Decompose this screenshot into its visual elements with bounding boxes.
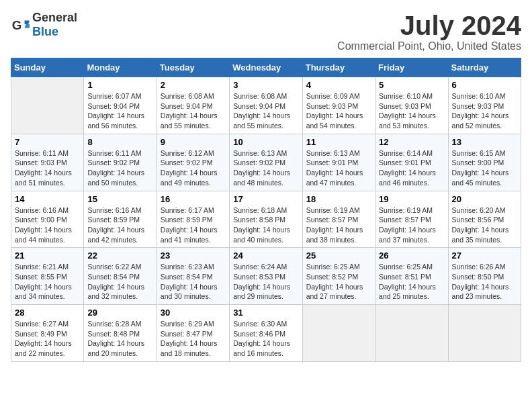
- calendar-cell: 23 Sunrise: 6:23 AM Sunset: 8:54 PM Dayl…: [157, 248, 229, 305]
- calendar-week-row: 14 Sunrise: 6:16 AM Sunset: 9:00 PM Dayl…: [11, 191, 521, 248]
- calendar-cell: 15 Sunrise: 6:16 AM Sunset: 8:59 PM Dayl…: [84, 191, 157, 248]
- day-number: 27: [452, 250, 517, 261]
- day-info: Sunrise: 6:14 AM Sunset: 9:01 PM Dayligh…: [379, 148, 444, 188]
- calendar-cell: 17 Sunrise: 6:18 AM Sunset: 8:58 PM Dayl…: [230, 191, 302, 248]
- day-info: Sunrise: 6:09 AM Sunset: 9:03 PM Dayligh…: [306, 91, 371, 131]
- day-number: 15: [87, 194, 152, 204]
- calendar-cell: 10 Sunrise: 6:13 AM Sunset: 9:02 PM Dayl…: [230, 134, 302, 191]
- calendar-cell: 13 Sunrise: 6:15 AM Sunset: 9:00 PM Dayl…: [448, 134, 521, 191]
- subtitle: Commercial Point, Ohio, United States: [337, 40, 521, 52]
- day-number: 2: [161, 80, 226, 90]
- logo-text: General Blue: [32, 11, 77, 39]
- day-number: 21: [15, 250, 80, 261]
- logo-general: General: [32, 11, 77, 24]
- day-info: Sunrise: 6:15 AM Sunset: 9:00 PM Dayligh…: [452, 148, 517, 188]
- day-info: Sunrise: 6:13 AM Sunset: 9:01 PM Dayligh…: [306, 148, 371, 188]
- day-number: 29: [87, 308, 152, 318]
- calendar-cell: 11 Sunrise: 6:13 AM Sunset: 9:01 PM Dayl…: [302, 134, 375, 191]
- day-info: Sunrise: 6:10 AM Sunset: 9:03 PM Dayligh…: [379, 91, 444, 131]
- day-of-week-header: Wednesday: [230, 58, 302, 77]
- day-number: 30: [161, 308, 226, 318]
- day-number: 26: [379, 250, 444, 261]
- calendar-cell: 14 Sunrise: 6:16 AM Sunset: 9:00 PM Dayl…: [11, 191, 84, 248]
- main-title: July 2024: [337, 11, 521, 40]
- day-info: Sunrise: 6:13 AM Sunset: 9:02 PM Dayligh…: [233, 148, 298, 188]
- calendar-cell: 2 Sunrise: 6:08 AM Sunset: 9:04 PM Dayli…: [157, 77, 229, 134]
- calendar-cell: [11, 77, 84, 134]
- calendar-cell: 8 Sunrise: 6:11 AM Sunset: 9:02 PM Dayli…: [84, 134, 157, 191]
- calendar-cell: 9 Sunrise: 6:12 AM Sunset: 9:02 PM Dayli…: [157, 134, 229, 191]
- day-info: Sunrise: 6:27 AM Sunset: 8:49 PM Dayligh…: [15, 319, 80, 359]
- day-number: 23: [161, 250, 226, 261]
- day-number: 5: [379, 80, 444, 90]
- day-number: 17: [233, 194, 298, 204]
- day-number: 10: [233, 137, 298, 147]
- header-row: SundayMondayTuesdayWednesdayThursdayFrid…: [11, 58, 521, 77]
- calendar-cell: 18 Sunrise: 6:19 AM Sunset: 8:57 PM Dayl…: [302, 191, 375, 248]
- day-info: Sunrise: 6:24 AM Sunset: 8:53 PM Dayligh…: [233, 262, 298, 302]
- calendar-cell: 28 Sunrise: 6:27 AM Sunset: 8:49 PM Dayl…: [11, 305, 84, 362]
- day-number: 6: [452, 80, 517, 90]
- day-of-week-header: Friday: [375, 58, 448, 77]
- day-of-week-header: Tuesday: [157, 58, 229, 77]
- calendar-cell: [375, 305, 448, 362]
- day-info: Sunrise: 6:22 AM Sunset: 8:54 PM Dayligh…: [87, 262, 152, 302]
- svg-marker-2: [25, 24, 30, 28]
- day-number: 3: [233, 80, 298, 90]
- svg-text:G: G: [12, 18, 22, 32]
- day-of-week-header: Saturday: [448, 58, 521, 77]
- calendar-cell: 29 Sunrise: 6:28 AM Sunset: 8:48 PM Dayl…: [84, 305, 157, 362]
- day-info: Sunrise: 6:11 AM Sunset: 9:03 PM Dayligh…: [15, 148, 80, 188]
- calendar-cell: 31 Sunrise: 6:30 AM Sunset: 8:46 PM Dayl…: [230, 305, 302, 362]
- day-info: Sunrise: 6:17 AM Sunset: 8:59 PM Dayligh…: [161, 205, 226, 245]
- calendar-cell: 22 Sunrise: 6:22 AM Sunset: 8:54 PM Dayl…: [84, 248, 157, 305]
- day-number: 1: [87, 80, 152, 90]
- day-info: Sunrise: 6:18 AM Sunset: 8:58 PM Dayligh…: [233, 205, 298, 245]
- calendar-cell: 30 Sunrise: 6:29 AM Sunset: 8:47 PM Dayl…: [157, 305, 229, 362]
- day-number: 7: [15, 137, 80, 147]
- calendar-cell: [448, 305, 521, 362]
- day-info: Sunrise: 6:26 AM Sunset: 8:50 PM Dayligh…: [452, 262, 517, 302]
- day-number: 20: [452, 194, 517, 204]
- day-info: Sunrise: 6:08 AM Sunset: 9:04 PM Dayligh…: [161, 91, 226, 131]
- day-number: 24: [233, 250, 298, 261]
- day-info: Sunrise: 6:19 AM Sunset: 8:57 PM Dayligh…: [306, 205, 371, 245]
- day-info: Sunrise: 6:08 AM Sunset: 9:04 PM Dayligh…: [233, 91, 298, 131]
- day-number: 18: [306, 194, 371, 204]
- calendar-cell: 1 Sunrise: 6:07 AM Sunset: 9:04 PM Dayli…: [84, 77, 157, 134]
- calendar-header: SundayMondayTuesdayWednesdayThursdayFrid…: [11, 58, 521, 77]
- day-info: Sunrise: 6:16 AM Sunset: 8:59 PM Dayligh…: [87, 205, 152, 245]
- calendar-week-row: 21 Sunrise: 6:21 AM Sunset: 8:55 PM Dayl…: [11, 248, 521, 305]
- day-info: Sunrise: 6:25 AM Sunset: 8:52 PM Dayligh…: [306, 262, 371, 302]
- day-number: 13: [452, 137, 517, 147]
- day-info: Sunrise: 6:16 AM Sunset: 9:00 PM Dayligh…: [15, 205, 80, 245]
- day-number: 14: [15, 194, 80, 204]
- calendar-week-row: 1 Sunrise: 6:07 AM Sunset: 9:04 PM Dayli…: [11, 77, 521, 134]
- logo-blue: Blue: [32, 25, 58, 38]
- calendar-table: SundayMondayTuesdayWednesdayThursdayFrid…: [11, 58, 521, 362]
- calendar-cell: 6 Sunrise: 6:10 AM Sunset: 9:03 PM Dayli…: [448, 77, 521, 134]
- svg-marker-1: [25, 20, 30, 24]
- calendar-cell: 7 Sunrise: 6:11 AM Sunset: 9:03 PM Dayli…: [11, 134, 84, 191]
- calendar-cell: [302, 305, 375, 362]
- day-info: Sunrise: 6:20 AM Sunset: 8:56 PM Dayligh…: [452, 205, 517, 245]
- calendar-cell: 26 Sunrise: 6:25 AM Sunset: 8:51 PM Dayl…: [375, 248, 448, 305]
- calendar-cell: 19 Sunrise: 6:19 AM Sunset: 8:57 PM Dayl…: [375, 191, 448, 248]
- day-of-week-header: Sunday: [11, 58, 84, 77]
- day-info: Sunrise: 6:29 AM Sunset: 8:47 PM Dayligh…: [161, 319, 226, 359]
- day-info: Sunrise: 6:28 AM Sunset: 8:48 PM Dayligh…: [87, 319, 152, 359]
- day-number: 12: [379, 137, 444, 147]
- day-number: 25: [306, 250, 371, 261]
- title-area: July 2024 Commercial Point, Ohio, United…: [337, 11, 521, 52]
- day-of-week-header: Monday: [84, 58, 157, 77]
- day-info: Sunrise: 6:21 AM Sunset: 8:55 PM Dayligh…: [15, 262, 80, 302]
- calendar-cell: 12 Sunrise: 6:14 AM Sunset: 9:01 PM Dayl…: [375, 134, 448, 191]
- calendar-week-row: 7 Sunrise: 6:11 AM Sunset: 9:03 PM Dayli…: [11, 134, 521, 191]
- day-number: 4: [306, 80, 371, 90]
- calendar-cell: 3 Sunrise: 6:08 AM Sunset: 9:04 PM Dayli…: [230, 77, 302, 134]
- day-info: Sunrise: 6:11 AM Sunset: 9:02 PM Dayligh…: [87, 148, 152, 188]
- day-of-week-header: Thursday: [302, 58, 375, 77]
- day-info: Sunrise: 6:23 AM Sunset: 8:54 PM Dayligh…: [161, 262, 226, 302]
- day-number: 8: [87, 137, 152, 147]
- calendar-cell: 20 Sunrise: 6:20 AM Sunset: 8:56 PM Dayl…: [448, 191, 521, 248]
